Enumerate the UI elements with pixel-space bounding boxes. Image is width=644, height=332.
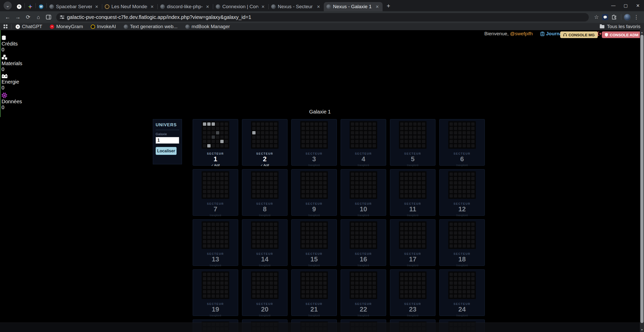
tab-nexus-secteur[interactable]: Nexus - Secteur Alpha [G1] ✕: [269, 2, 324, 11]
sector-word: SECTEUR: [193, 152, 238, 155]
bookmark-text-generation[interactable]: Text generation web...: [124, 24, 178, 29]
url-text[interactable]: galactic-pve-conquest-c7fe.dev.flatlogic…: [67, 14, 251, 20]
minimap-cell: [207, 294, 211, 298]
extension-chat-icon[interactable]: 💬: [602, 14, 608, 20]
apps-grid-icon[interactable]: [4, 25, 8, 29]
bookmark-chatgpt[interactable]: ChatGPT: [16, 24, 42, 29]
minimap-cell: [373, 190, 376, 193]
tab-close-icon[interactable]: ✕: [150, 4, 155, 10]
browser-menu-icon[interactable]: ⋮: [632, 13, 641, 22]
minimap-cell: [306, 122, 309, 126]
pinned-tab-wordpress[interactable]: [36, 2, 47, 11]
scrollbar-up-icon[interactable]: ▲: [640, 30, 644, 35]
minimap-cell: [315, 286, 318, 289]
sector-card[interactable]: SECTEUR 15 Inexploré: [291, 219, 337, 266]
minimap-cell: [418, 231, 421, 235]
pinned-tab-chatgpt[interactable]: [14, 2, 25, 11]
minimap-cell: [302, 177, 305, 180]
new-tab-button[interactable]: +: [384, 2, 393, 10]
sector-card[interactable]: SECTEUR 18 Inexploré: [439, 219, 485, 266]
back-icon[interactable]: ←: [3, 13, 12, 22]
minimap-cell: [364, 273, 367, 276]
tab-close-icon[interactable]: ✕: [260, 4, 266, 10]
minimap-cell: [422, 231, 425, 235]
sector-card[interactable]: SECTEUR 23 Inexploré: [390, 269, 435, 316]
sector-card[interactable]: SECTEUR 22 Inexploré: [341, 269, 386, 316]
all-bookmarks-button[interactable]: Tous les favoris: [600, 24, 640, 29]
minimap-cell: [220, 240, 224, 243]
bookmark-invokeai[interactable]: InvokeAI: [91, 24, 116, 29]
minimap-cell: [400, 173, 404, 176]
bookmark-moneygram[interactable]: MoneyGram: [50, 24, 83, 29]
sector-card[interactable]: SECTEUR 20 Inexploré: [242, 269, 288, 316]
minimap-cell: [252, 186, 256, 189]
minimap-cell: [310, 177, 314, 180]
page-scrollbar[interactable]: ▲ ▼: [640, 30, 644, 332]
minimap-cell: [450, 273, 453, 276]
pinned-tab-gemini[interactable]: [25, 2, 36, 11]
sector-card[interactable]: SECTEUR 10 Inexploré: [341, 169, 386, 216]
sector-card[interactable]: SECTEUR 5 Inexploré: [390, 119, 435, 166]
forward-icon[interactable]: →: [13, 13, 22, 22]
minimap-cell: [302, 290, 305, 293]
minimap-cell: [450, 127, 453, 130]
galaxie-input[interactable]: [156, 137, 179, 144]
minimap-cell: [315, 122, 318, 126]
minimap-cell: [368, 181, 372, 185]
tab-discord-chat[interactable]: discord-like-php-chat-7262.de ✕: [158, 2, 213, 11]
tab-close-icon[interactable]: ✕: [94, 4, 99, 10]
sector-card[interactable]: SECTEUR 6 Inexploré: [439, 119, 485, 166]
scrollbar-thumb[interactable]: [640, 35, 643, 323]
sector-card[interactable]: SECTEUR 3 Inexploré: [291, 119, 337, 166]
tab-connexion-corvara[interactable]: Connexion | Corvara ✕: [213, 2, 268, 11]
sector-card[interactable]: SECTEUR 1 ✓ Actif: [193, 119, 238, 166]
window-close-button[interactable]: ✕: [632, 0, 644, 11]
tab-search-button[interactable]: ⌄: [4, 2, 12, 10]
tab-close-icon[interactable]: ✕: [316, 4, 321, 10]
window-maximize-button[interactable]: ▢: [619, 0, 632, 11]
tab-spacebar-server[interactable]: Spacebar Server ✕: [47, 2, 102, 11]
sector-card[interactable]: SECTEUR 14 Inexploré: [242, 219, 288, 266]
minimap-cell: [467, 131, 470, 134]
sector-card[interactable]: SECTEUR 21 Inexploré: [291, 269, 337, 316]
reload-icon[interactable]: ⟳: [24, 13, 33, 22]
sector-card[interactable]: SECTEUR 11 Inexploré: [390, 169, 435, 216]
minimap-cell: [351, 240, 354, 243]
tab-close-icon[interactable]: ✕: [375, 4, 380, 10]
sector-card[interactable]: SECTEUR 13 Inexploré: [193, 219, 238, 266]
tab-nexus-galaxie-active[interactable]: Nexus - Galaxie 1 ✕: [324, 2, 383, 11]
minimap-cell: [212, 273, 215, 276]
home-icon[interactable]: ⌂: [34, 13, 43, 22]
side-panel-icon[interactable]: [44, 13, 53, 22]
minimap-cell: [265, 144, 269, 147]
minimap-cell: [257, 140, 260, 143]
sector-card[interactable]: SECTEUR 16 Inexploré: [341, 219, 386, 266]
minimap-cell: [351, 194, 354, 198]
sector-card[interactable]: SECTEUR 4 Inexploré: [341, 119, 386, 166]
address-bar[interactable]: galactic-pve-conquest-c7fe.dev.flatlogic…: [56, 13, 589, 21]
sector-card[interactable]: SECTEUR 24 Inexploré: [439, 269, 485, 316]
bookmark-mdbook-manager[interactable]: mdBook Manager: [185, 24, 230, 29]
tab-neuf-mondes[interactable]: Les Neuf Mondes de la Mythol ✕: [102, 2, 157, 11]
sector-number: 3: [292, 155, 337, 163]
sector-card[interactable]: SECTEUR 12 Inexploré: [439, 169, 485, 216]
minimap-cell: [257, 181, 260, 185]
sector-card[interactable]: SECTEUR 19 Inexploré: [193, 269, 238, 316]
sector-card[interactable]: SECTEUR 2 ✓ Actif: [242, 119, 288, 166]
console-adm-button[interactable]: CONSOLE ADM: [602, 31, 641, 38]
profile-avatar[interactable]: [624, 14, 631, 21]
console-mg-button[interactable]: CONSOLE MG: [560, 31, 598, 38]
sector-card[interactable]: SECTEUR 8 Inexploré: [242, 169, 288, 216]
sector-card[interactable]: SECTEUR 7 Inexploré: [193, 169, 238, 216]
minimap-cell: [454, 194, 457, 198]
scrollbar-down-icon[interactable]: ▼: [640, 328, 644, 332]
sector-card[interactable]: SECTEUR 9 Inexploré: [291, 169, 337, 216]
bookmark-star-icon[interactable]: ☆: [592, 13, 601, 22]
site-settings-icon[interactable]: [60, 15, 64, 19]
minimap-cell: [319, 131, 322, 134]
localiser-button[interactable]: Localiser: [156, 147, 177, 155]
tab-close-icon[interactable]: ✕: [205, 4, 210, 10]
extensions-puzzle-icon[interactable]: [609, 13, 618, 22]
sector-card[interactable]: SECTEUR 17 Inexploré: [390, 219, 435, 266]
window-minimize-button[interactable]: —: [607, 0, 619, 11]
